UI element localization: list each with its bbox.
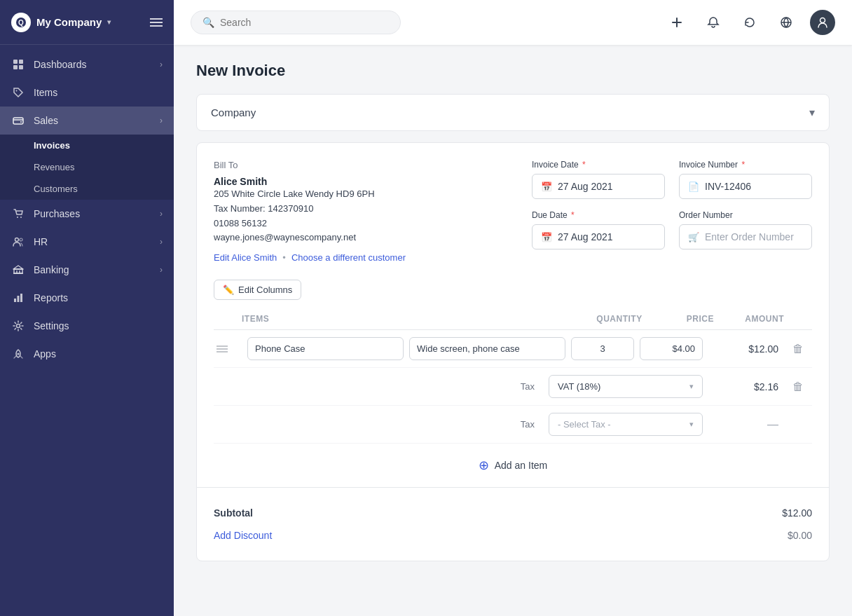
company-logo[interactable]: Q My Company ▾ xyxy=(11,13,111,32)
delete-tax-button[interactable]: 🗑 xyxy=(784,381,812,393)
chevron-down-icon: ▾ xyxy=(689,382,694,391)
svg-point-10 xyxy=(20,217,22,218)
cart-icon xyxy=(11,207,25,221)
plus-circle-icon: ⊕ xyxy=(479,458,489,473)
invoice-header-section: Bill To Alice Smith 205 White Circle Lak… xyxy=(197,143,829,280)
calendar-icon: 📅 xyxy=(541,182,552,192)
tax-select-2[interactable]: - Select Tax - ▾ xyxy=(549,413,703,436)
order-number-label: Order Number xyxy=(679,210,812,220)
search-input[interactable] xyxy=(220,17,389,28)
totals-section: Subtotal $12.00 Add Discount $0.00 xyxy=(197,488,829,561)
grid-icon xyxy=(11,57,25,71)
quantity-input[interactable] xyxy=(571,337,634,360)
subtotal-value: $12.00 xyxy=(782,507,812,519)
sidebar-item-reports[interactable]: Reports xyxy=(0,284,174,312)
col-amount: Amount xyxy=(714,314,784,324)
svg-rect-15 xyxy=(19,271,20,273)
add-discount-button[interactable]: Add Discount xyxy=(214,530,272,541)
invoice-number-group: Invoice Number * 📄 INV-12406 xyxy=(679,160,812,199)
tax-vat-label: VAT (18%) xyxy=(558,381,600,392)
tax-row-2: Tax - Select Tax - ▾ — xyxy=(214,406,812,444)
add-item-button[interactable]: ⊕ Add an Item xyxy=(479,458,548,473)
svg-rect-2 xyxy=(13,60,18,64)
sidebar-item-sales[interactable]: Sales › xyxy=(0,107,174,135)
due-date-label: Due Date * xyxy=(532,210,665,220)
sidebar-settings-label: Settings xyxy=(34,320,163,331)
required-star: * xyxy=(741,160,745,170)
add-item-row[interactable]: ⊕ Add an Item xyxy=(197,444,829,488)
invoice-number-input[interactable]: 📄 INV-12406 xyxy=(679,174,812,199)
order-number-input[interactable]: 🛒 Enter Order Number xyxy=(679,224,812,249)
invoice-number-value: INV-12406 xyxy=(705,181,751,192)
edit-customer-link[interactable]: Edit Alice Smith xyxy=(214,252,277,263)
customers-label: Customers xyxy=(34,184,78,194)
svg-point-22 xyxy=(820,18,825,23)
refresh-button[interactable] xyxy=(737,10,762,35)
add-item-label: Add an Item xyxy=(495,460,548,471)
logo-icon: Q xyxy=(11,13,31,32)
item-name-input[interactable] xyxy=(247,337,404,360)
sidebar-item-customers[interactable]: Customers xyxy=(0,178,174,200)
due-date-input[interactable]: 📅 27 Aug 2021 xyxy=(532,224,665,249)
tax-row-1: Tax VAT (18%) ▾ $2.16 🗑 xyxy=(214,368,812,406)
sidebar-dashboards-label: Dashboards xyxy=(34,59,151,70)
rocket-icon xyxy=(11,347,25,361)
tax-label-2: Tax xyxy=(247,419,543,430)
price-input[interactable] xyxy=(640,337,703,360)
required-star: * xyxy=(571,210,575,220)
tag-icon xyxy=(11,85,25,100)
sidebar-reports-label: Reports xyxy=(34,292,163,303)
document-icon: 📄 xyxy=(688,182,699,192)
sidebar-item-items[interactable]: Items xyxy=(0,78,174,107)
pencil-icon: ✏️ xyxy=(223,285,234,295)
sidebar-header: Q My Company ▾ xyxy=(0,0,174,45)
invoice-date-label: Invoice Date * xyxy=(532,160,665,170)
sidebar-item-purchases[interactable]: Purchases › xyxy=(0,200,174,228)
company-label: Company xyxy=(211,107,256,118)
subtotal-row: Subtotal $12.00 xyxy=(214,502,812,524)
sidebar-sales-label: Sales xyxy=(34,115,151,126)
change-customer-link[interactable]: Choose a different customer xyxy=(291,252,406,263)
notifications-button[interactable] xyxy=(701,10,726,35)
bank-icon xyxy=(11,263,25,277)
sidebar-hr-label: HR xyxy=(34,236,151,247)
sidebar-item-banking[interactable]: Banking › xyxy=(0,256,174,284)
invoice-date-value: 27 Aug 2021 xyxy=(558,181,613,192)
col-quantity: Quantity xyxy=(588,314,651,324)
page-title: New Invoice xyxy=(196,62,830,80)
item-cell xyxy=(247,337,565,360)
svg-rect-3 xyxy=(19,60,23,64)
svg-rect-4 xyxy=(13,65,18,69)
user-avatar[interactable] xyxy=(810,10,835,35)
globe-button[interactable] xyxy=(774,10,799,35)
address-line1: 205 White Circle Lake Wendy HD9 6PH xyxy=(214,187,504,202)
svg-rect-14 xyxy=(16,271,18,273)
calendar-icon: 📅 xyxy=(541,232,552,242)
tax-amount-1: $2.16 xyxy=(708,381,778,392)
drag-handle[interactable] xyxy=(214,343,242,355)
svg-rect-5 xyxy=(19,65,23,69)
chevron-right-icon: › xyxy=(160,60,163,69)
edit-columns-button[interactable]: ✏️ Edit Columns xyxy=(214,280,301,300)
sidebar-item-apps[interactable]: Apps xyxy=(0,340,174,368)
hamburger-button[interactable] xyxy=(150,16,163,29)
due-date-group: Due Date * 📅 27 Aug 2021 xyxy=(532,210,665,249)
email: wayne.jones@waynescompany.net xyxy=(214,231,504,245)
discount-row: Add Discount $0.00 xyxy=(214,524,812,547)
sidebar-item-invoices[interactable]: Invoices xyxy=(0,135,174,156)
sidebar-purchases-label: Purchases xyxy=(34,208,151,219)
delete-row-button[interactable]: 🗑 xyxy=(784,343,812,355)
invoice-date-input[interactable]: 📅 27 Aug 2021 xyxy=(532,174,665,199)
chevron-right-icon: › xyxy=(160,265,163,275)
svg-point-20 xyxy=(18,353,20,355)
item-desc-input[interactable] xyxy=(409,337,565,360)
sidebar-apps-label: Apps xyxy=(34,348,163,360)
sidebar-item-hr[interactable]: HR › xyxy=(0,228,174,256)
sidebar-item-dashboards[interactable]: Dashboards › xyxy=(0,50,174,78)
company-dropdown[interactable]: Company ▾ xyxy=(197,95,829,130)
svg-point-12 xyxy=(20,238,22,241)
tax-select-1[interactable]: VAT (18%) ▾ xyxy=(549,375,703,398)
add-button[interactable] xyxy=(664,10,689,35)
sidebar-item-revenues[interactable]: Revenues xyxy=(0,156,174,178)
sidebar-item-settings[interactable]: Settings xyxy=(0,312,174,340)
